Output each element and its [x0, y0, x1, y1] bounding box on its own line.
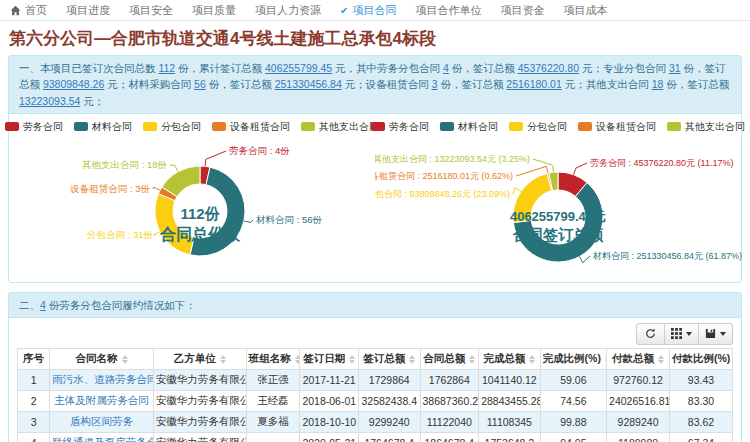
contract-count-chart: 劳务合同材料合同分包合同设备租赁合同其他支出合同 劳务合同 : 4份材料合同 :… [9, 114, 375, 282]
contract-name-link[interactable]: 盾构区间劳务 [70, 415, 133, 427]
column-header[interactable]: 签订日期 [300, 349, 359, 370]
refresh-button[interactable] [636, 323, 665, 345]
donut-center-value: 406255799.45元 [510, 209, 606, 224]
column-header[interactable]: 乙方单位 [153, 349, 246, 370]
column-header[interactable]: 完成比例(%) [540, 349, 606, 370]
table-cell: 32582438.4 [359, 391, 420, 412]
summary-text-segment: 元；专业分包合同 [579, 62, 669, 74]
summary-text-segment: 份，累计签订总额 [175, 62, 265, 74]
pie-label-line [170, 165, 178, 172]
legend-swatch [371, 122, 385, 131]
columns-button[interactable] [665, 323, 699, 345]
export-button[interactable] [699, 323, 733, 345]
table-cell: 王经磊 [246, 391, 300, 412]
legend-item[interactable]: 设备租赁合同 [578, 120, 656, 134]
column-header-label: 签订日期 [303, 352, 345, 364]
legend-item[interactable]: 设备租赁合同 [212, 120, 290, 134]
sort-icon[interactable] [529, 355, 535, 364]
table-cell: 雨污水、道路劳务合同 [50, 370, 154, 391]
nav-item-tab[interactable]: 项目资金 [500, 3, 544, 18]
legend-item[interactable]: 分包合同 [509, 120, 567, 134]
chart-legend: 劳务合同材料合同分包合同设备租赁合同其他支出合同 [375, 114, 741, 134]
summary-value-link[interactable]: 93809848.26 [43, 78, 104, 90]
sort-icon[interactable] [349, 355, 355, 364]
pie-label-line [205, 151, 226, 166]
nav-item-label: 项目资金 [500, 3, 544, 18]
pie-label: 材料合同 : 251330456.84元 (61.87%) [592, 251, 742, 261]
summary-value-link[interactable]: 18 [652, 78, 664, 90]
sort-icon[interactable] [220, 355, 226, 364]
contract-name-link[interactable]: 主体及附属劳务合同 [54, 394, 149, 406]
table-cell: 1 [18, 370, 50, 391]
summary-value-link[interactable]: 251330456.84 [275, 78, 342, 90]
table-cell: 59.06 [540, 370, 606, 391]
labor-subcontract-heading: 二、4 份劳务分包合同履约情况如下： [9, 293, 741, 318]
column-header[interactable]: 班组名称 [246, 349, 300, 370]
summary-text-segment: 元；设备租赁合同 [342, 78, 432, 90]
pie-label-line [244, 220, 253, 223]
summary-value-link[interactable]: 406255799.45 [265, 62, 332, 74]
column-header-label: 合同总额 [423, 352, 465, 364]
pie-label: 设备租赁合同 : 3份 [69, 183, 150, 194]
nav-item-tab[interactable]: 项目进度 [66, 3, 110, 18]
legend-item[interactable]: 其他支出合同 [301, 120, 379, 134]
legend-label: 分包合同 [161, 120, 201, 134]
nav-item-tab[interactable]: 项目安全 [129, 3, 173, 18]
summary-value-link[interactable]: 112 [158, 62, 175, 74]
table-cell: 张正强 [246, 370, 300, 391]
summary-value-link[interactable]: 13223093.54 [19, 95, 80, 107]
summary-value-link[interactable]: 45376220.80 [518, 62, 579, 74]
export-icon [705, 325, 716, 343]
contract-name-link[interactable]: 雨污水、道路劳务合同 [52, 373, 153, 385]
nav-item-tab[interactable]: 项目成本 [563, 3, 607, 18]
contract-name-link[interactable]: 联络通道及泵房劳务合同 [52, 436, 153, 442]
column-header[interactable]: 合同名称 [50, 349, 154, 370]
nav-item-tab[interactable]: 项目质量 [192, 3, 236, 18]
pie-label: 其他支出合同 : 18份 [82, 159, 167, 170]
column-header[interactable]: 序号 [18, 349, 50, 370]
legend-item[interactable]: 分包合同 [143, 120, 201, 134]
legend-item[interactable]: 劳务合同 [5, 120, 63, 134]
contract-amount-chart: 劳务合同材料合同分包合同设备租赁合同其他支出合同 劳务合同 : 45376220… [375, 114, 741, 282]
column-header[interactable]: 签订总额 [359, 349, 420, 370]
legend-item[interactable]: 材料合同 [440, 120, 498, 134]
pie-slice-2[interactable] [155, 194, 194, 255]
heading-text-segment: 二、 [19, 299, 40, 311]
column-header-label: 序号 [23, 352, 44, 364]
summary-text-segment: 份，签订总额 [437, 78, 506, 90]
contract-count-donut: 劳务合同 : 4份材料合同 : 56份分包合同 : 31份设备租赁合同 : 3份… [9, 134, 377, 282]
legend-item[interactable]: 劳务合同 [371, 120, 429, 134]
sort-icon[interactable] [469, 355, 475, 364]
nav-item-tab[interactable]: 项目人力资源 [255, 3, 321, 18]
nav-item-active[interactable]: ✔项目合同 [340, 3, 396, 18]
column-header-label: 完成总额 [483, 352, 525, 364]
legend-item[interactable]: 材料合同 [74, 120, 132, 134]
column-header[interactable]: 付款总额 [607, 349, 670, 370]
column-header[interactable]: 合同总额 [420, 349, 479, 370]
legend-item[interactable]: 其他支出合同 [667, 120, 745, 134]
table-cell: 2018-06-01 [300, 391, 359, 412]
nav-item-home[interactable]: 首页 [10, 3, 47, 18]
sort-icon[interactable] [658, 355, 664, 364]
sort-icon[interactable] [295, 355, 300, 364]
column-header-label: 乙方单位 [174, 352, 216, 364]
summary-text-segment: 元；其他支出合同 [562, 78, 652, 90]
nav-item-tab[interactable]: 项目合作单位 [415, 3, 481, 18]
table-toolbar [17, 321, 733, 348]
column-header-label: 付款比例(%) [672, 352, 730, 364]
nav-item-label: 项目质量 [192, 3, 236, 18]
summary-value-link[interactable]: 56 [194, 78, 206, 90]
summary-value-link[interactable]: 31 [669, 62, 681, 74]
summary-value-link[interactable]: 2516180.01 [506, 78, 561, 90]
column-header[interactable]: 付款比例(%) [670, 349, 733, 370]
legend-swatch [301, 122, 315, 131]
pie-label: 其他支出合同 : 13223093.54元 (3.25%) [375, 154, 530, 164]
pie-label: 材料合同 : 56份 [255, 214, 322, 225]
sort-icon[interactable] [409, 355, 415, 364]
refresh-icon [645, 325, 656, 343]
sort-icon[interactable] [122, 355, 128, 364]
charts-area: 劳务合同材料合同分包合同设备租赁合同其他支出合同 劳务合同 : 4份材料合同 :… [9, 114, 741, 282]
column-header[interactable]: 完成总额 [479, 349, 540, 370]
home-icon [10, 5, 21, 16]
column-header-label: 签订总额 [363, 352, 405, 364]
